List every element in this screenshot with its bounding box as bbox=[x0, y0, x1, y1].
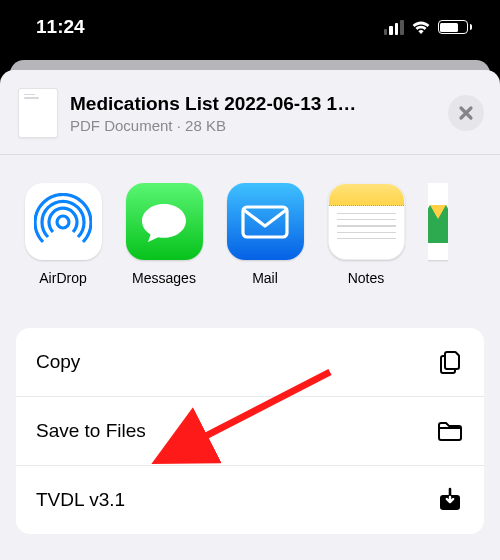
share-app-partial[interactable] bbox=[428, 183, 448, 286]
close-button[interactable] bbox=[448, 95, 484, 131]
folder-icon bbox=[436, 417, 464, 445]
cellular-signal-icon bbox=[384, 20, 404, 35]
action-label: Copy bbox=[36, 351, 80, 373]
svg-point-0 bbox=[57, 216, 69, 228]
share-app-notes[interactable]: Notes bbox=[327, 183, 405, 286]
share-app-row[interactable]: AirDrop Messages Mail bbox=[0, 155, 500, 302]
document-title: Medications List 2022-06-13 1… bbox=[70, 93, 436, 115]
share-sheet: Medications List 2022-06-13 1… PDF Docum… bbox=[0, 70, 500, 560]
download-icon bbox=[436, 486, 464, 514]
action-save-to-files[interactable]: Save to Files bbox=[16, 396, 484, 465]
airdrop-icon bbox=[25, 183, 102, 260]
app-icon bbox=[428, 183, 448, 260]
notes-icon bbox=[328, 183, 405, 260]
share-app-label: Mail bbox=[252, 270, 278, 286]
share-header: Medications List 2022-06-13 1… PDF Docum… bbox=[0, 70, 500, 154]
battery-icon bbox=[438, 20, 473, 34]
share-app-label: Notes bbox=[348, 270, 385, 286]
share-app-label: Messages bbox=[132, 270, 196, 286]
share-app-mail[interactable]: Mail bbox=[226, 183, 304, 286]
copy-icon bbox=[436, 348, 464, 376]
action-tvdl[interactable]: TVDL v3.1 bbox=[16, 465, 484, 534]
status-time: 11:24 bbox=[36, 16, 85, 38]
document-thumbnail bbox=[18, 88, 58, 138]
action-label: Save to Files bbox=[36, 420, 146, 442]
action-list: Copy Save to Files TVDL v3.1 bbox=[16, 328, 484, 534]
wifi-icon bbox=[410, 19, 432, 35]
share-app-airdrop[interactable]: AirDrop bbox=[24, 183, 102, 286]
status-bar: 11:24 bbox=[0, 0, 500, 54]
status-indicators bbox=[384, 19, 473, 35]
share-app-label: AirDrop bbox=[39, 270, 86, 286]
share-app-messages[interactable]: Messages bbox=[125, 183, 203, 286]
action-label: TVDL v3.1 bbox=[36, 489, 125, 511]
mail-icon bbox=[227, 183, 304, 260]
document-info: Medications List 2022-06-13 1… PDF Docum… bbox=[70, 93, 436, 134]
document-subtitle: PDF Document · 28 KB bbox=[70, 117, 436, 134]
svg-rect-1 bbox=[243, 207, 287, 237]
action-copy[interactable]: Copy bbox=[16, 328, 484, 396]
messages-icon bbox=[126, 183, 203, 260]
close-icon bbox=[458, 105, 474, 121]
